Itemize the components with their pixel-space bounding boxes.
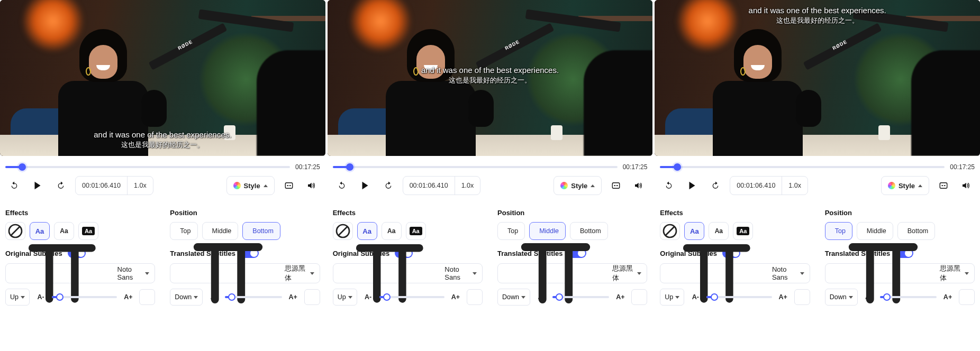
translated-size-plus[interactable]: A+: [614, 293, 626, 301]
progress-bar[interactable]: [333, 166, 618, 168]
translated-color-swatch[interactable]: [304, 289, 320, 305]
editor-panel: RØDE and it was one of the best experien…: [328, 0, 653, 351]
translated-size-slider[interactable]: [880, 296, 937, 298]
time-speed-segment: 00:01:06.410 1.0x: [403, 176, 481, 195]
editor-panel: RØDE and it was one of the best experien…: [0, 0, 325, 351]
original-size-plus[interactable]: A+: [777, 293, 789, 301]
forward-button[interactable]: [52, 177, 70, 195]
original-size-slider[interactable]: [52, 296, 117, 298]
original-size-plus[interactable]: A+: [122, 293, 134, 301]
translated-color-swatch[interactable]: [959, 289, 975, 305]
rewind-button[interactable]: [660, 177, 678, 195]
volume-button[interactable]: [629, 177, 647, 195]
translated-font-select[interactable]: 思源黑体: [825, 263, 975, 283]
original-font-select-value: Noto Sans: [117, 265, 141, 281]
effects-heading: Effects: [5, 209, 155, 217]
speed-select[interactable]: 1.0x: [782, 177, 807, 195]
rewind-button[interactable]: [333, 177, 351, 195]
original-font-select[interactable]: Noto Sans: [5, 263, 155, 283]
captions-button[interactable]: [934, 177, 952, 195]
chevron-down-icon: [473, 272, 477, 275]
chevron-down-icon: [145, 272, 149, 275]
speed-select[interactable]: 1.0x: [455, 177, 480, 195]
forward-button[interactable]: [706, 177, 724, 195]
translated-font-select[interactable]: 思源黑体: [170, 263, 320, 283]
volume-button[interactable]: [302, 177, 320, 195]
time-speed-segment: 00:01:06.410 1.0x: [75, 176, 153, 195]
translated-font-select[interactable]: 思源黑体: [497, 263, 647, 283]
translated-font-select-value: 思源黑体: [612, 264, 633, 283]
position-heading: Position: [825, 209, 975, 217]
play-button[interactable]: [683, 177, 701, 195]
video-subject: [697, 19, 813, 156]
video-subject: [42, 19, 159, 156]
translated-font-select-value: 思源黑体: [285, 264, 305, 283]
original-font-select[interactable]: Noto Sans: [333, 263, 483, 283]
style-button[interactable]: Style: [881, 176, 929, 195]
chevron-down-icon: [637, 272, 641, 275]
total-duration: 00:17:25: [950, 163, 975, 171]
style-icon: [233, 182, 241, 189]
translated-font-select-value: 思源黑体: [940, 264, 960, 283]
captions-button[interactable]: [280, 177, 298, 195]
total-duration: 00:17:25: [295, 163, 320, 171]
play-button[interactable]: [356, 177, 374, 195]
captions-button[interactable]: [607, 177, 625, 195]
editor-panel: RØDE and it was one of the best experien…: [655, 0, 980, 351]
video-preview[interactable]: RØDE and it was one of the best experien…: [655, 0, 980, 156]
chevron-up-icon: [264, 184, 268, 187]
original-color-swatch[interactable]: [139, 289, 155, 305]
video-preview[interactable]: RØDE and it was one of the best experien…: [328, 0, 653, 156]
translated-size-plus[interactable]: A+: [942, 293, 954, 301]
translated-size-plus[interactable]: A+: [287, 293, 299, 301]
original-size-slider[interactable]: [706, 296, 772, 298]
style-button[interactable]: Style: [226, 176, 275, 195]
original-font-select-value: Noto Sans: [444, 265, 468, 281]
translated-size-slider[interactable]: [225, 296, 282, 298]
current-time-input[interactable]: 00:01:06.410: [403, 177, 455, 195]
total-duration: 00:17:25: [623, 163, 648, 171]
position-heading: Position: [497, 209, 647, 217]
translated-size-slider[interactable]: [552, 296, 609, 298]
current-time-input[interactable]: 00:01:06.410: [76, 177, 127, 195]
chevron-up-icon: [591, 184, 595, 187]
original-color-swatch[interactable]: [794, 289, 810, 305]
original-size-plus[interactable]: A+: [450, 293, 461, 301]
video-subject: [370, 19, 486, 156]
style-button[interactable]: Style: [553, 176, 602, 195]
effects-heading: Effects: [333, 209, 483, 217]
volume-button[interactable]: [957, 177, 975, 195]
position-heading: Position: [170, 209, 320, 217]
chevron-down-icon: [800, 272, 804, 275]
effects-heading: Effects: [660, 209, 810, 217]
video-preview[interactable]: RØDE and it was one of the best experien…: [0, 0, 325, 156]
translated-color-swatch[interactable]: [631, 289, 647, 305]
forward-button[interactable]: [379, 177, 397, 195]
original-font-select-value: Noto Sans: [772, 265, 796, 281]
chevron-down-icon: [310, 272, 314, 275]
time-speed-segment: 00:01:06.410 1.0x: [730, 176, 808, 195]
original-font-select[interactable]: Noto Sans: [660, 263, 810, 283]
style-icon: [560, 182, 568, 189]
progress-bar[interactable]: [660, 166, 945, 168]
play-button[interactable]: [29, 177, 47, 195]
original-color-swatch[interactable]: [467, 289, 483, 305]
original-size-slider[interactable]: [379, 296, 444, 298]
rewind-button[interactable]: [5, 177, 23, 195]
chevron-up-icon: [918, 184, 922, 187]
style-icon: [888, 182, 895, 189]
speed-select[interactable]: 1.0x: [127, 177, 153, 195]
current-time-input[interactable]: 00:01:06.410: [730, 177, 782, 195]
chevron-down-icon: [965, 272, 969, 275]
progress-bar[interactable]: [5, 166, 290, 168]
